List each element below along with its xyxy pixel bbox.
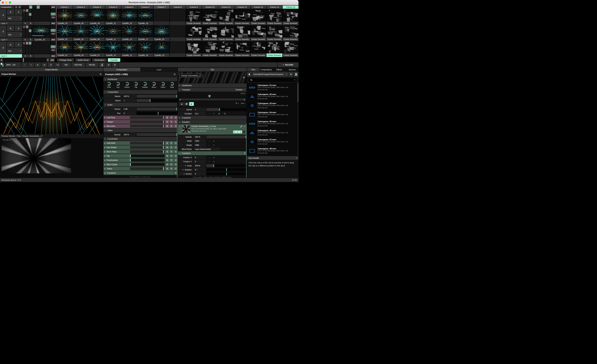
column-header-15[interactable]: Column 15 xyxy=(283,6,298,9)
layer-name[interactable]: Layer 3 xyxy=(0,22,22,25)
crossfader-handle[interactable] xyxy=(23,58,24,62)
browser-tab-files[interactable]: Files xyxy=(247,68,259,71)
slider-track[interactable] xyxy=(137,99,177,102)
file-item[interactable]: Cyborgasm_05.movDXV 3.0 Normal Quality, … xyxy=(247,119,298,128)
layer-solo-button[interactable]: S xyxy=(15,42,22,47)
layer-blend-dropdown[interactable]: Add▾ xyxy=(7,32,22,38)
column-header-4[interactable]: Column 4 xyxy=(105,6,121,9)
layer-b-label[interactable]: B xyxy=(30,55,31,57)
section-clip-transform[interactable]: ▼ Transform P. xyxy=(178,151,247,155)
composition-bypass-button[interactable]: B xyxy=(18,6,21,9)
section-audio[interactable]: ▼Audio xyxy=(103,103,178,107)
tap-button[interactable]: TAP xyxy=(61,62,71,67)
clip-name[interactable]: Cyantific_10 xyxy=(105,54,121,57)
param-value[interactable]: 1080 xyxy=(194,143,206,147)
clip-name[interactable]: Chaotic Geometri... xyxy=(251,54,266,57)
layer-a-button[interactable]: A xyxy=(26,9,28,12)
chevron-closed-icon[interactable]: ▶ xyxy=(103,117,106,118)
clip-cell[interactable] xyxy=(170,25,186,41)
bpm-value[interactable]: 128 xyxy=(12,64,16,66)
clip-name[interactable]: Chaotic Geometri... xyxy=(218,54,234,57)
param-value[interactable]: 0 xyxy=(122,111,136,115)
clip-thumbnail[interactable] xyxy=(267,25,282,38)
effect-slider-handle[interactable] xyxy=(163,142,164,145)
effect-bypass-button[interactable]: B xyxy=(165,124,169,128)
effect-row-flip[interactable]: ▶FlipBP.X xyxy=(103,154,178,158)
pause-button[interactable]: PAUSE xyxy=(86,62,98,67)
metronome-button[interactable] xyxy=(99,62,105,67)
bpm-minus-button[interactable]: − xyxy=(21,62,28,67)
file-name[interactable]: Cyborgasm_08.mov xyxy=(258,147,297,150)
clip-name[interactable]: Chaotic Geometri... xyxy=(283,38,298,41)
clip-name[interactable]: Cyantific_15 xyxy=(121,22,137,25)
param-value[interactable]: 0 xyxy=(194,155,206,159)
param-value[interactable]: 0 xyxy=(194,172,206,176)
clip-cell[interactable]: Cyantific_03 xyxy=(57,9,73,25)
effect-bypass-button[interactable]: B xyxy=(165,158,169,162)
step-button[interactable]: - xyxy=(209,161,210,163)
param-value[interactable]: 0 dB xyxy=(122,107,136,111)
clip-thumbnail[interactable] xyxy=(251,9,266,22)
layer-skip-buttons[interactable] xyxy=(51,54,56,58)
file-item[interactable]: Cyborgasm_03.movDXV 3.0 Normal Quality, … xyxy=(247,101,298,110)
gear-icon[interactable]: ⚙ xyxy=(173,73,176,76)
clip-thumbnail[interactable] xyxy=(138,9,153,22)
effect-row-flanger[interactable]: ▶FlangerBP.X xyxy=(103,120,178,124)
tab-layer[interactable]: Layer xyxy=(141,68,178,71)
clip-cell[interactable]: Chaotic Geometri... xyxy=(267,41,282,57)
effect-slider-handle[interactable] xyxy=(163,150,164,153)
clear-search-button[interactable]: × xyxy=(294,79,295,81)
bpm-display[interactable]: BPM 128 xyxy=(5,62,21,67)
column-header-8[interactable]: Column 8 xyxy=(170,6,186,9)
step-button[interactable]: + xyxy=(213,161,214,163)
clip-thumbnail[interactable] xyxy=(170,25,186,38)
chevron-closed-icon[interactable]: ▶ xyxy=(185,165,186,166)
clip-name[interactable]: Cyantific_06 xyxy=(73,22,89,25)
effect-row-wave-warp[interactable]: ▶Wave WarpBP.X xyxy=(103,150,178,154)
bpm-double-button[interactable]: ×2 xyxy=(54,62,61,67)
composition-master-button[interactable]: M xyxy=(29,6,32,9)
step-button[interactable]: - xyxy=(209,113,210,115)
effect-slider[interactable] xyxy=(130,125,165,127)
effect-param-button[interactable]: P. xyxy=(169,163,173,166)
deck-splitter[interactable] xyxy=(56,6,56,58)
clip-cell[interactable]: Cyantific_11 xyxy=(105,25,121,41)
undo-button[interactable]: ↺ xyxy=(106,62,112,67)
clip-name[interactable]: Cyantific_02 xyxy=(57,38,73,41)
param-value[interactable]: 1920 xyxy=(194,139,206,143)
param-value[interactable]: 1 xyxy=(122,99,136,102)
search-box[interactable]: × xyxy=(248,78,297,82)
deck-tab-generators[interactable]: Generators xyxy=(92,58,107,62)
clip-thumbnail[interactable] xyxy=(154,41,170,54)
layer-a-button[interactable]: A xyxy=(26,25,28,28)
output-monitor-tab[interactable]: Output Monitor xyxy=(0,68,103,71)
clip-name[interactable]: Cyantific_19 xyxy=(154,54,170,57)
clip-thumbnail[interactable] xyxy=(138,41,153,54)
clip-cell[interactable]: Chaotic Geometri... xyxy=(251,9,266,25)
clip-thumbnail[interactable] xyxy=(218,41,234,54)
slider-handle[interactable] xyxy=(226,168,227,171)
clip-name[interactable] xyxy=(170,38,186,41)
dashboard-knob-mirror[interactable]: Mirror xyxy=(150,82,158,88)
clip-name[interactable]: Chaotic Geometri... xyxy=(234,38,250,41)
clip-tab[interactable]: Clip xyxy=(178,68,247,71)
layer-m-button[interactable]: M xyxy=(23,42,25,45)
section-autopilot[interactable]: ▶ Autopilot xyxy=(178,120,247,124)
file-item[interactable]: Cyborgasm_04.movDXV 3.0 Normal Quality, … xyxy=(247,110,298,119)
expand-icon[interactable] xyxy=(240,125,242,127)
clip-thumbnail[interactable] xyxy=(154,25,170,38)
column-header-7[interactable]: Column 7 xyxy=(154,6,170,9)
layer-bypass-button[interactable]: B xyxy=(7,42,14,47)
param-value[interactable]: 100 % xyxy=(122,94,136,98)
step-button[interactable]: *2 xyxy=(224,113,226,115)
channel-a-toggle[interactable]: A xyxy=(242,131,245,133)
dashboard-knob-distort[interactable]: Distort xyxy=(123,82,131,88)
file-item[interactable]: Cyborgasm_08.movDXV 3.0 Normal Quality, … xyxy=(247,146,298,155)
clip-thumbnail[interactable] xyxy=(170,9,186,22)
slider-track[interactable] xyxy=(137,112,177,115)
remove-source-button[interactable]: × xyxy=(244,125,245,127)
effect-slider-handle[interactable] xyxy=(163,167,164,170)
section-transport[interactable]: ▼ Transport Timeline ▾ xyxy=(178,88,247,92)
effect-slider-handle[interactable] xyxy=(130,159,131,162)
clip-name[interactable]: Cyantific_13 xyxy=(121,54,137,57)
